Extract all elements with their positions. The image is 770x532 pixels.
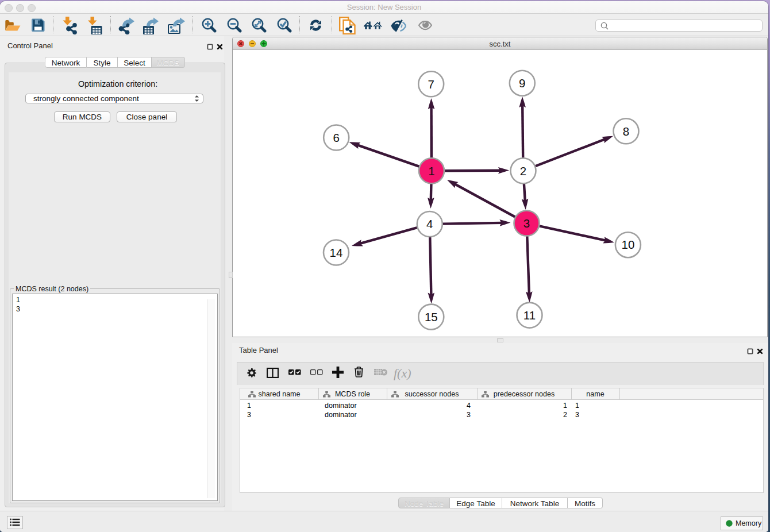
- svg-text:3: 3: [523, 217, 529, 230]
- svg-text:11: 11: [523, 309, 535, 322]
- svg-text:15: 15: [424, 310, 437, 323]
- svg-text:1: 1: [428, 164, 434, 178]
- svg-text:2: 2: [519, 164, 526, 178]
- svg-text:9: 9: [519, 76, 525, 90]
- svg-text:10: 10: [621, 238, 634, 251]
- svg-text:14: 14: [329, 246, 342, 259]
- svg-text:4: 4: [426, 217, 433, 230]
- svg-text:8: 8: [622, 125, 629, 138]
- svg-text:6: 6: [333, 131, 339, 144]
- svg-text:7: 7: [428, 78, 434, 91]
